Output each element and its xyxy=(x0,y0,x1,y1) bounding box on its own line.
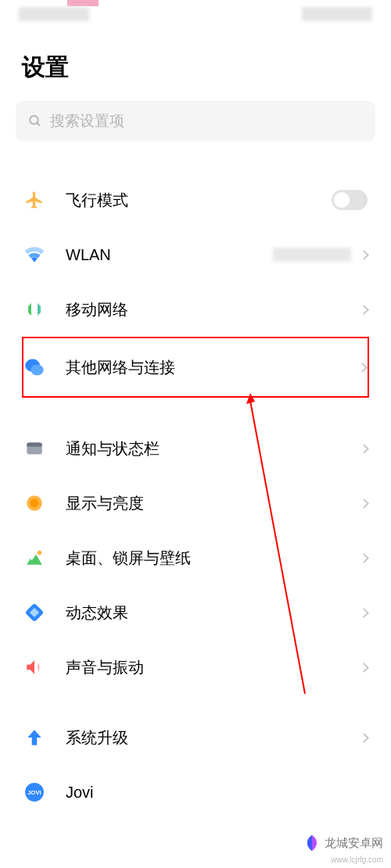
row-effects[interactable]: 动态效果 xyxy=(0,585,391,640)
chevron-right-icon xyxy=(359,733,369,743)
row-other-network[interactable]: 其他网络与连接 xyxy=(22,337,369,398)
airplane-toggle[interactable] xyxy=(332,190,368,210)
row-label: Jovi xyxy=(66,784,368,802)
status-right-blur xyxy=(302,7,372,21)
airplane-icon xyxy=(23,189,45,211)
row-display[interactable]: 显示与亮度 xyxy=(0,476,391,530)
jovi-icon: JOVI xyxy=(23,781,45,803)
row-jovi[interactable]: JOVI Jovi xyxy=(0,765,391,820)
svg-point-3 xyxy=(30,365,43,376)
network-connections-icon xyxy=(23,356,45,378)
row-label: 动态效果 xyxy=(66,602,361,623)
svg-point-7 xyxy=(30,499,39,508)
brightness-icon xyxy=(23,492,45,514)
chevron-right-icon xyxy=(359,663,369,673)
row-label: 其他网络与连接 xyxy=(66,357,359,378)
upgrade-icon xyxy=(23,727,45,748)
watermark-logo-icon xyxy=(303,834,321,852)
row-wlan[interactable]: WLAN xyxy=(0,227,391,282)
wlan-value-blur xyxy=(273,248,351,262)
row-sound[interactable]: 声音与振动 xyxy=(0,640,391,695)
chevron-right-icon xyxy=(359,608,369,618)
notch-indicator xyxy=(67,0,99,6)
row-label: 飞行模式 xyxy=(66,190,332,211)
row-airplane-mode[interactable]: 飞行模式 xyxy=(0,173,391,227)
wifi-icon xyxy=(23,244,45,266)
svg-text:JOVI: JOVI xyxy=(27,789,41,796)
chevron-right-icon xyxy=(359,553,369,563)
sound-icon xyxy=(23,656,45,678)
wallpaper-icon xyxy=(23,547,45,569)
row-label: 桌面、锁屏与壁纸 xyxy=(66,548,361,569)
svg-rect-5 xyxy=(27,442,42,446)
row-label: 移动网络 xyxy=(66,299,361,320)
chevron-right-icon xyxy=(359,305,369,315)
watermark-url: www.lcjrfg.com xyxy=(331,855,383,864)
page-title: 设置 xyxy=(0,28,391,101)
row-label: 显示与亮度 xyxy=(66,493,361,514)
row-label: 通知与状态栏 xyxy=(66,438,361,459)
chevron-right-icon xyxy=(359,250,369,260)
search-placeholder: 搜索设置项 xyxy=(50,111,124,131)
row-label: 系统升级 xyxy=(66,727,361,748)
mobile-network-icon xyxy=(23,298,45,320)
row-notification[interactable]: 通知与状态栏 xyxy=(0,421,391,476)
row-label: 声音与振动 xyxy=(66,657,361,678)
row-label: WLAN xyxy=(66,246,273,264)
svg-point-0 xyxy=(30,116,38,124)
watermark-text: 龙城安卓网 xyxy=(325,836,383,851)
svg-line-1 xyxy=(37,123,40,126)
chevron-right-icon xyxy=(359,444,369,454)
chevron-right-icon xyxy=(359,498,369,509)
row-mobile-network[interactable]: 移动网络 xyxy=(0,282,391,337)
svg-point-8 xyxy=(38,551,41,555)
effects-icon xyxy=(23,602,45,623)
watermark: 龙城安卓网 xyxy=(303,834,383,852)
status-bar xyxy=(0,0,391,28)
chevron-right-icon xyxy=(357,363,368,373)
row-system-upgrade[interactable]: 系统升级 xyxy=(0,710,391,765)
notification-icon xyxy=(23,438,45,459)
search-icon xyxy=(28,114,42,128)
row-desktop[interactable]: 桌面、锁屏与壁纸 xyxy=(0,530,391,585)
search-input[interactable]: 搜索设置项 xyxy=(16,101,375,141)
status-left-blur xyxy=(19,7,89,21)
